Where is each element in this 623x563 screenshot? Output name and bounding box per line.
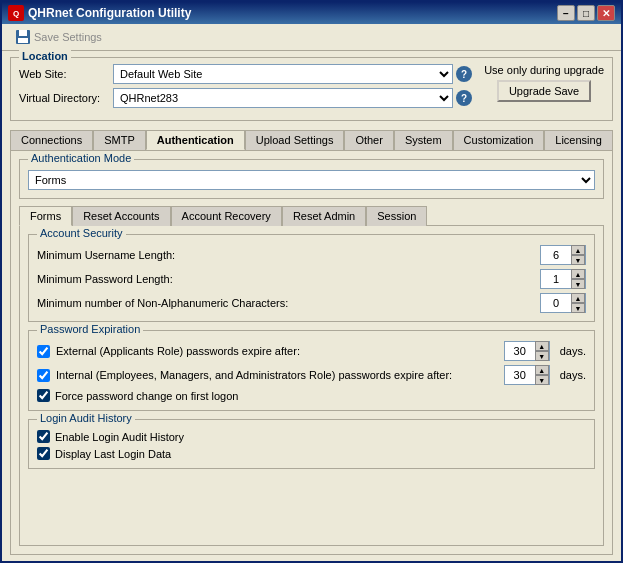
min-password-up-btn[interactable]: ▲: [571, 269, 585, 279]
upgrade-note: Use only during upgrade: [484, 64, 604, 76]
auth-mode-select[interactable]: Forms Windows None: [28, 170, 595, 190]
minimize-button[interactable]: −: [557, 5, 575, 21]
tab-smtp[interactable]: SMTP: [93, 130, 146, 150]
web-site-field: Default Web Site ?: [113, 64, 472, 84]
external-password-checkbox[interactable]: [37, 345, 50, 358]
min-username-label: Minimum Username Length:: [37, 249, 534, 261]
external-password-label: External (Applicants Role) passwords exp…: [56, 345, 498, 357]
tab-connections[interactable]: Connections: [10, 130, 93, 150]
external-password-up-btn[interactable]: ▲: [535, 341, 549, 351]
min-nonalpha-spinner: ▲ ▼: [540, 293, 586, 313]
min-nonalpha-down-btn[interactable]: ▼: [571, 303, 585, 313]
min-password-row: Minimum Password Length: ▲ ▼: [37, 269, 586, 289]
force-password-row: Force password change on first logon: [37, 389, 586, 402]
save-label: Save Settings: [34, 31, 102, 43]
external-password-down-btn[interactable]: ▼: [535, 351, 549, 361]
password-expiration-label: Password Expiration: [37, 323, 143, 335]
web-site-label: Web Site:: [19, 68, 109, 80]
password-expiration-section: Password Expiration External (Applicants…: [28, 330, 595, 411]
tab-system[interactable]: System: [394, 130, 453, 150]
internal-password-up-btn[interactable]: ▲: [535, 365, 549, 375]
tab-other[interactable]: Other: [344, 130, 394, 150]
inner-tabs-bar: Forms Reset Accounts Account Recovery Re…: [19, 205, 604, 226]
title-controls[interactable]: − □ ✕: [557, 5, 615, 21]
tab-authentication[interactable]: Authentication: [146, 130, 245, 150]
internal-password-spinner: ▲ ▼: [504, 365, 550, 385]
internal-password-checkbox[interactable]: [37, 369, 50, 382]
login-audit-section: Login Audit History Enable Login Audit H…: [28, 419, 595, 469]
auth-mode-label: Authentication Mode: [28, 152, 134, 164]
inner-tabs-container: Forms Reset Accounts Account Recovery Re…: [19, 205, 604, 546]
min-password-spinner: ▲ ▼: [540, 269, 586, 289]
inner-tab-reset-admin[interactable]: Reset Admin: [282, 206, 366, 226]
inner-tab-reset-accounts[interactable]: Reset Accounts: [72, 206, 170, 226]
virtual-dir-select[interactable]: QHRnet283: [113, 88, 453, 108]
inner-tab-account-recovery[interactable]: Account Recovery: [171, 206, 282, 226]
inner-tab-session[interactable]: Session: [366, 206, 427, 226]
location-fields: Web Site: Default Web Site ? Virtual Dir…: [19, 64, 476, 112]
account-security-label: Account Security: [37, 227, 126, 239]
upgrade-section: Use only during upgrade Upgrade Save: [484, 64, 604, 102]
virtual-dir-label: Virtual Directory:: [19, 92, 109, 104]
external-password-row: External (Applicants Role) passwords exp…: [37, 341, 586, 361]
enable-audit-row: Enable Login Audit History: [37, 430, 586, 443]
inner-content-panel: Account Security Minimum Username Length…: [19, 226, 604, 546]
auth-mode-section: Authentication Mode Forms Windows None: [19, 159, 604, 199]
force-password-label: Force password change on first logon: [55, 390, 238, 402]
min-username-input[interactable]: [541, 246, 571, 264]
tabs-container: Connections SMTP Authentication Upload S…: [10, 127, 613, 555]
tabs-bar: Connections SMTP Authentication Upload S…: [10, 129, 613, 150]
enable-audit-checkbox[interactable]: [37, 430, 50, 443]
svg-rect-1: [19, 30, 27, 36]
close-button[interactable]: ✕: [597, 5, 615, 21]
save-settings-button[interactable]: Save Settings: [8, 26, 109, 48]
min-username-spin-btns: ▲ ▼: [571, 245, 585, 265]
external-days-label: days.: [560, 345, 586, 357]
maximize-button[interactable]: □: [577, 5, 595, 21]
internal-password-down-btn[interactable]: ▼: [535, 375, 549, 385]
min-username-down-btn[interactable]: ▼: [571, 255, 585, 265]
min-username-up-btn[interactable]: ▲: [571, 245, 585, 255]
location-section: Location Web Site: Default Web Site ? Vi…: [10, 57, 613, 121]
virtual-dir-help-icon[interactable]: ?: [456, 90, 472, 106]
internal-password-row: Internal (Employees, Managers, and Admin…: [37, 365, 586, 385]
min-nonalpha-label: Minimum number of Non-Alphanumeric Chara…: [37, 297, 534, 309]
enable-audit-label: Enable Login Audit History: [55, 431, 184, 443]
svg-rect-2: [18, 38, 28, 43]
min-username-row: Minimum Username Length: ▲ ▼: [37, 245, 586, 265]
web-site-row: Web Site: Default Web Site ?: [19, 64, 476, 84]
min-username-spinner: ▲ ▼: [540, 245, 586, 265]
toolbar: Save Settings: [2, 24, 621, 51]
internal-days-label: days.: [560, 369, 586, 381]
tab-customization[interactable]: Customization: [453, 130, 545, 150]
inner-tab-forms[interactable]: Forms: [19, 206, 72, 226]
min-nonalpha-spin-btns: ▲ ▼: [571, 293, 585, 313]
title-bar: Q QHRnet Configuration Utility − □ ✕: [2, 2, 621, 24]
account-security-section: Account Security Minimum Username Length…: [28, 234, 595, 322]
virtual-dir-field: QHRnet283 ?: [113, 88, 472, 108]
tab-licensing[interactable]: Licensing: [544, 130, 612, 150]
display-last-login-label: Display Last Login Data: [55, 448, 171, 460]
min-password-label: Minimum Password Length:: [37, 273, 534, 285]
web-site-select[interactable]: Default Web Site: [113, 64, 453, 84]
internal-password-input[interactable]: [505, 366, 535, 384]
min-nonalpha-row: Minimum number of Non-Alphanumeric Chara…: [37, 293, 586, 313]
external-password-input[interactable]: [505, 342, 535, 360]
tab-upload-settings[interactable]: Upload Settings: [245, 130, 345, 150]
upgrade-save-button[interactable]: Upgrade Save: [497, 80, 591, 102]
window-title: QHRnet Configuration Utility: [28, 6, 191, 20]
min-password-down-btn[interactable]: ▼: [571, 279, 585, 289]
display-last-login-checkbox[interactable]: [37, 447, 50, 460]
min-nonalpha-up-btn[interactable]: ▲: [571, 293, 585, 303]
main-content-panel: Authentication Mode Forms Windows None F…: [10, 150, 613, 555]
virtual-dir-row: Virtual Directory: QHRnet283 ?: [19, 88, 476, 108]
web-site-help-icon[interactable]: ?: [456, 66, 472, 82]
display-last-login-row: Display Last Login Data: [37, 447, 586, 460]
app-icon: Q: [8, 5, 24, 21]
min-nonalpha-input[interactable]: [541, 294, 571, 312]
internal-password-label: Internal (Employees, Managers, and Admin…: [56, 369, 498, 381]
title-bar-left: Q QHRnet Configuration Utility: [8, 5, 191, 21]
main-window: Q QHRnet Configuration Utility − □ ✕ Sav…: [0, 0, 623, 563]
min-password-input[interactable]: [541, 270, 571, 288]
force-password-checkbox[interactable]: [37, 389, 50, 402]
